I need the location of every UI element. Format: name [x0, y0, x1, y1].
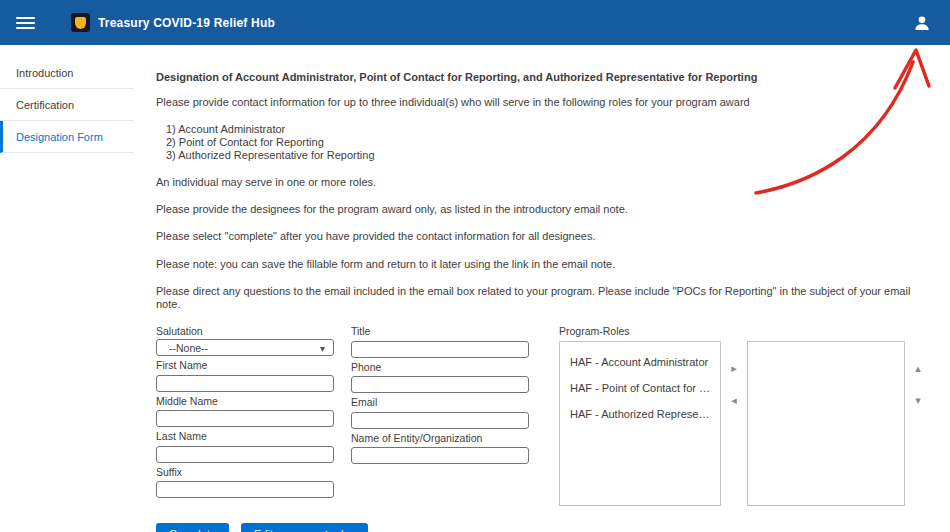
sidebar-item-designation-form[interactable]: Designation Form	[0, 121, 134, 153]
roles-list-item: 1) Account Administrator	[166, 123, 935, 136]
app-title: Treasury COVID-19 Relief Hub	[98, 16, 275, 30]
role-option[interactable]: HAF - Point of Contact for Reporting	[560, 375, 720, 401]
salutation-select[interactable]: --None--	[156, 339, 334, 356]
role-option[interactable]: HAF - Authorized Representative fo...	[560, 401, 720, 427]
suffix-label: Suffix	[156, 466, 334, 478]
order-buttons	[905, 341, 931, 405]
first-name-label: First Name	[156, 359, 334, 371]
brand: Treasury COVID-19 Relief Hub	[71, 13, 275, 32]
main-content: Designation of Account Administrator, Po…	[134, 45, 950, 532]
note-text: Please select "complete" after you have …	[156, 230, 935, 243]
middle-name-input[interactable]	[156, 410, 334, 427]
action-buttons: Complete Edit my current roles	[156, 523, 935, 532]
salutation-label: Salutation	[156, 325, 334, 337]
roles-list: 1) Account Administrator 2) Point of Con…	[166, 123, 935, 162]
available-roles-listbox[interactable]: HAF - Account Administrator HAF - Point …	[559, 341, 721, 506]
move-up-icon[interactable]	[915, 363, 921, 373]
note-text: An individual may serve in one or more r…	[156, 176, 935, 189]
move-down-icon[interactable]	[915, 395, 921, 405]
move-left-icon[interactable]	[731, 395, 737, 405]
first-name-input[interactable]	[156, 375, 334, 392]
roles-list-item: 3) Authorized Representative for Reporti…	[166, 149, 935, 162]
suffix-input[interactable]	[156, 481, 334, 498]
move-right-icon[interactable]	[731, 363, 737, 373]
note-text: Please provide the designees for the pro…	[156, 203, 935, 216]
role-option[interactable]: HAF - Account Administrator	[560, 349, 720, 375]
salutation-selected-value: --None--	[169, 342, 208, 354]
top-navbar: Treasury COVID-19 Relief Hub	[0, 0, 950, 45]
entity-label: Name of Entity/Organization	[351, 432, 529, 444]
sidebar-item-introduction[interactable]: Introduction	[0, 57, 134, 89]
user-avatar-icon[interactable]	[910, 11, 934, 35]
last-name-label: Last Name	[156, 430, 334, 442]
selected-roles-listbox[interactable]	[747, 341, 905, 506]
hamburger-menu-icon[interactable]	[16, 17, 35, 29]
designation-form: Salutation --None-- First Name Middle Na…	[156, 325, 935, 506]
title-input[interactable]	[351, 341, 529, 358]
complete-button[interactable]: Complete	[156, 523, 229, 532]
program-roles-label: Program-Roles	[559, 325, 931, 337]
last-name-input[interactable]	[156, 446, 334, 463]
email-label: Email	[351, 396, 529, 408]
email-input[interactable]	[351, 412, 529, 429]
title-label: Title	[351, 325, 529, 337]
treasury-logo-icon	[71, 13, 90, 32]
sidebar-nav: Introduction Certification Designation F…	[0, 45, 134, 532]
entity-input[interactable]	[351, 447, 529, 464]
note-text: Please note: you can save the fillable f…	[156, 258, 935, 271]
roles-list-item: 2) Point of Contact for Reporting	[166, 136, 935, 149]
program-roles-section: Program-Roles HAF - Account Administrato…	[559, 325, 931, 506]
page-title: Designation of Account Administrator, Po…	[156, 71, 935, 83]
edit-current-roles-button[interactable]: Edit my current roles	[241, 523, 368, 532]
sidebar-item-certification[interactable]: Certification	[0, 89, 134, 121]
middle-name-label: Middle Name	[156, 395, 334, 407]
move-buttons	[721, 341, 747, 405]
phone-label: Phone	[351, 361, 529, 373]
form-column-contact: Title Phone Email Name of Entity/Organiz…	[351, 325, 529, 506]
form-column-name: Salutation --None-- First Name Middle Na…	[156, 325, 334, 506]
phone-input[interactable]	[351, 376, 529, 393]
note-text: Please direct any questions to the email…	[156, 285, 935, 311]
chevron-down-icon	[320, 342, 325, 354]
intro-text: Please provide contact information for u…	[156, 96, 935, 109]
